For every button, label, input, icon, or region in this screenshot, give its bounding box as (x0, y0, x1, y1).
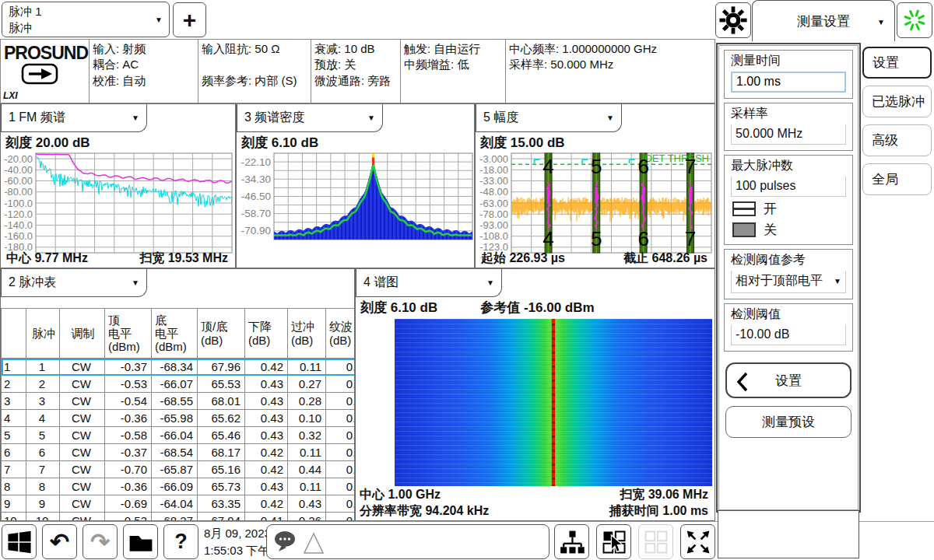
panel-pulse-table-title-dropdown[interactable]: 2 脉冲表 ▼ (1, 269, 147, 297)
table-header-cell: 顶 电平 (dBm) (105, 309, 152, 359)
notification-box[interactable] (718, 510, 859, 558)
table-row[interactable]: 44CW-0.36-65.9865.620.430.100.07 (2, 410, 356, 427)
table-cell: CW (60, 495, 105, 513)
table-cell: CW (60, 359, 105, 376)
table-row[interactable]: 66CW-0.37-68.5468.170.420.110.06 (2, 444, 356, 461)
help-button[interactable]: ? (163, 524, 198, 559)
panel-spectral-density-title-dropdown[interactable]: 3 频谱密度 ▼ (237, 104, 383, 132)
window-select-hand-icon (600, 528, 628, 556)
pulse-number-label: 4 (542, 155, 553, 178)
topology-icon (558, 528, 586, 556)
select-window-button[interactable] (596, 524, 631, 559)
pulse-table-container: 脉冲调制顶 电平 (dBm)底 电平 (dBm)顶/底 (dB)下降 (dB)过… (1, 308, 355, 521)
table-cell: 1 (2, 359, 26, 376)
status-line: 校准: 自动 (93, 73, 195, 89)
table-cell: 9 (2, 495, 26, 513)
table-row[interactable]: 22CW-0.53-66.0765.530.430.270.07 (2, 376, 356, 393)
sidebar-tab-list: 设置已选脉冲高级全局 (862, 47, 932, 202)
message-bar[interactable] (266, 524, 550, 559)
table-cell: -64.04 (152, 495, 198, 513)
y-tick-label: -60.00 (4, 175, 33, 187)
table-header-cell: 过冲 (dB) (288, 309, 326, 359)
pulse-number-label: 5 (591, 155, 602, 178)
settings-back-label: 设置 (775, 372, 802, 390)
detect-threshold-ref-value: 相对于顶部电平 (736, 273, 823, 289)
fm-spectrum-chart: -20.00-40.00-60.00-80.00-100.0-120.0-140… (1, 151, 235, 254)
table-cell: 0.43 (245, 427, 288, 444)
table-row[interactable]: 99CW-0.69-64.0463.350.420.430.07 (2, 495, 356, 513)
max-pulses-on-option[interactable]: 开 (732, 200, 846, 218)
fullscreen-button[interactable] (680, 524, 715, 559)
status-spinner-button[interactable] (897, 2, 932, 38)
status-line: 预放: 关 (314, 57, 397, 72)
scale-label: 刻度 6.10 dB (360, 299, 437, 317)
settings-back-button[interactable]: 设置 (725, 362, 851, 398)
scale-label: 刻度 6.10 dB (241, 134, 318, 152)
table-row[interactable]: 77CW-0.70-65.8765.160.420.440.08 (2, 461, 356, 478)
table-cell: 0.42 (245, 495, 288, 513)
table-row[interactable]: 11CW-0.37-68.3467.960.420.110.06 (2, 359, 356, 376)
table-cell: 65.73 (198, 478, 245, 495)
table-cell: 67.96 (198, 359, 245, 376)
table-cell: CW (60, 376, 105, 393)
sidebar-tab-4[interactable]: 全局 (862, 163, 932, 195)
add-measurement-button[interactable]: + (173, 2, 206, 37)
status-line: 中心频率: 1.000000000 GHz (509, 41, 711, 57)
pulse-selector-dropdown[interactable]: 脉冲 1 脉冲 ▼ (2, 2, 170, 37)
sidebar-tab-1[interactable]: 设置 (862, 47, 932, 79)
sample-rate-field[interactable]: 50.000 MHz (731, 124, 846, 145)
max-pulses-off-option[interactable]: 关 (732, 221, 846, 239)
rbw-label: 分辨率带宽 94.204 kHz (360, 503, 489, 520)
windows-start-button[interactable] (2, 524, 37, 559)
sidebar-inner: 测量时间 采样率 50.000 MHz 最大脉冲数 100 pulses 开 关 (718, 45, 859, 510)
table-cell: 3 (26, 393, 60, 410)
folder-icon (127, 528, 155, 556)
table-cell: -0.36 (105, 478, 152, 495)
y-tick-label: -33.00 (479, 175, 508, 187)
undo-button[interactable]: ↶ (42, 524, 77, 559)
detect-threshold-label: 检测阈值 (731, 306, 846, 323)
sidebar-tab-2[interactable]: 已选脉冲 (862, 86, 932, 117)
measurement-setup-dropdown[interactable]: 测量设置 ▼ (752, 0, 895, 41)
stop-time-label: 截止 648.26 µs (623, 250, 708, 267)
table-row[interactable]: 33CW-0.54-68.5568.010.430.280.07 (2, 393, 356, 410)
panel-title: 1 FM 频谱 (9, 110, 65, 126)
table-header-cell: 脉冲 (26, 309, 60, 359)
y-tick-label: -80.00 (4, 186, 33, 198)
panel-title: 3 频谱密度 (244, 110, 304, 126)
layout-hierarchy-button[interactable] (554, 524, 589, 559)
table-cell: 0.42 (245, 461, 288, 478)
window-manager-button[interactable] (123, 524, 158, 559)
table-row[interactable]: 55CW-0.58-66.0465.460.430.320.07 (2, 427, 356, 444)
panel-spectrogram-title-dropdown[interactable]: 4 谱图 ▼ (356, 269, 502, 297)
status-line: 衰减: 10 dB (314, 41, 397, 57)
y-tick-label: -40.00 (4, 164, 33, 176)
sidebar-tab-3[interactable]: 高级 (862, 124, 932, 156)
redo-button[interactable]: ↷ (83, 524, 118, 559)
status-line: 频率参考: 内部 (S) (202, 73, 307, 89)
detect-threshold-ref-dropdown[interactable]: 相对于顶部电平 ▼ (731, 271, 846, 293)
scale-label: 刻度 15.00 dB (480, 134, 565, 152)
measurement-preset-button[interactable]: 测量预设 (725, 406, 851, 438)
status-line: 触发: 自由运行 (404, 41, 502, 57)
table-row[interactable]: 1010CW-0.53-68.2767.940.410.260.07 (2, 513, 356, 522)
settings-gear-button[interactable] (715, 2, 751, 38)
detect-threshold-field[interactable]: -10.00 dB (731, 325, 846, 345)
y-tick-label: -78.00 (479, 208, 508, 220)
status-line: 耦合: AC (93, 57, 195, 72)
panel-fm-spectrum-title-dropdown[interactable]: 1 FM 频谱 ▼ (1, 104, 147, 132)
panel-amplitude-title-dropdown[interactable]: 5 幅度 ▼ (476, 104, 622, 132)
table-cell: 0.43 (245, 478, 288, 495)
table-cell: -65.87 (152, 461, 198, 478)
table-header-cell: 下降 (dB) (245, 309, 288, 359)
scale-label: 刻度 20.00 dB (5, 134, 90, 152)
table-row[interactable]: 88CW-0.36-66.0965.730.430.110.07 (2, 478, 356, 495)
measure-time-input[interactable] (731, 72, 846, 93)
center-frequency-label: 中心 9.77 MHz (6, 250, 88, 267)
y-tick-label: -93.00 (479, 219, 508, 231)
table-cell: -68.27 (152, 513, 198, 522)
table-cell: -0.54 (105, 393, 152, 410)
grid-layout-button[interactable] (638, 524, 673, 559)
max-pulses-field[interactable]: 100 pulses (731, 177, 846, 197)
y-tick-label: -58.70 (241, 208, 271, 219)
